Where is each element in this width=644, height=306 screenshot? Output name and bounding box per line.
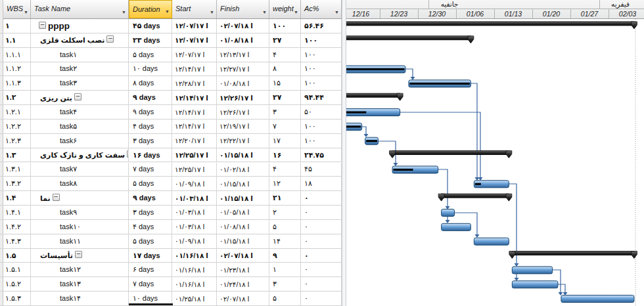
cell-start[interactable]: ۰۱/۰۳/۱۸ ا (172, 206, 217, 219)
cell-wbs[interactable]: ۱.۵.۲ (3, 277, 31, 291)
table-row[interactable]: ۱.۲.۲task۵۴ days۱۲/۱۴/۱۷ ا۱۲/۱۹/۱۷ ا۷۱۰۰ (0, 120, 346, 134)
cell-weight[interactable]: ۱۰۰ (269, 19, 301, 33)
gantt-task-bar[interactable] (512, 281, 558, 288)
table-row[interactable]: ۱.۱.۳task۳۸ days۱۲/۲۸/۱۷ ا۰۱/۰۸/۱۸ ا۱۵۱۰… (0, 76, 346, 91)
cell-ac[interactable]: ۱۰۰ (301, 134, 342, 148)
cell-finish[interactable]: ۱۲/۱۳/۱۷ ا (217, 48, 269, 62)
cell-weight[interactable]: ۳ (269, 105, 301, 119)
cell-duration[interactable]: ۹ days (129, 191, 172, 205)
cell-weight[interactable]: ۴ (269, 48, 301, 62)
cell-wbs[interactable]: ۱.۲.۳ (3, 134, 31, 148)
gantt-summary-bar[interactable] (512, 251, 634, 255)
cell-weight[interactable]: ۱۷ (269, 134, 301, 148)
cell-wbs[interactable]: ۱.۵.۱ (3, 263, 31, 276)
cell-start[interactable]: ۰۱/۰۳/۱۸ ا (172, 220, 217, 234)
cell-wbs[interactable]: ۱.۴.۲ (3, 220, 31, 234)
cell-ac[interactable]: ۱۰۰ (301, 33, 342, 47)
table-row[interactable]: ۱.۵−تأسیسات۱۷ days۰۱/۱۶/۱۸ ا۰۲/۰۷/۱۸ ا۹۰ (0, 249, 346, 263)
cell-finish[interactable]: ۰۱/۰۲/۱۸ ا (217, 163, 269, 177)
cell-name[interactable]: task۱۴ (31, 292, 129, 305)
cell-start[interactable]: ۰۱/۰۳/۱۸ ا (172, 191, 217, 205)
table-row[interactable]: ۱.۱.۱task۱۵ days۱۲/۰۷/۱۷ ا۱۲/۱۳/۱۷ ا۴۱۰۰ (0, 48, 346, 62)
cell-duration[interactable]: ۲۳ days (129, 33, 172, 47)
filter-dropdown-icon[interactable]: ▼ (122, 10, 126, 14)
table-row[interactable]: ۱.۵.۳task۱۴۱۰ days۰۱/۲۵/۱۸ ا۰۲/۰۷/۱۸ ا۵۰ (0, 292, 346, 306)
gantt-summary-bar[interactable] (346, 22, 634, 26)
collapse-outline-icon[interactable]: − (74, 93, 81, 100)
cell-ac[interactable]: ۰ (301, 249, 342, 263)
cell-weight[interactable]: ۱۶ (269, 148, 301, 162)
cell-start[interactable]: ۰۱/۰۹/۱۸ ا (172, 177, 217, 190)
cell-name[interactable]: task۴ (31, 105, 129, 119)
filter-dropdown-icon[interactable]: ▼ (24, 10, 28, 14)
column-header-weight[interactable]: weight▼ (269, 0, 301, 18)
gantt-task-bar[interactable] (561, 295, 634, 303)
collapse-outline-icon[interactable]: − (39, 22, 46, 29)
cell-weight[interactable]: ۷ (269, 120, 301, 133)
cell-ac[interactable]: ۰ (301, 292, 342, 305)
cell-name[interactable]: −نصب اسکلت فلزی (31, 33, 129, 47)
cell-wbs[interactable]: ۱.۳ (3, 148, 31, 162)
cell-weight[interactable]: ۲۱ (269, 191, 301, 205)
filter-dropdown-icon[interactable]: ▼ (334, 10, 339, 14)
cell-finish[interactable]: ۱۲/۲۶/۱۷ ا (217, 91, 269, 104)
cell-name[interactable]: task۱۳ (31, 277, 129, 291)
cell-duration[interactable]: ۷ days (129, 163, 172, 177)
cell-ac[interactable]: ۴۵ (301, 163, 342, 177)
filter-dropdown-icon[interactable]: ▼ (294, 10, 298, 14)
cell-wbs[interactable]: ۱ (3, 19, 31, 33)
column-header-finish[interactable]: Finish▼ (217, 0, 269, 18)
table-row[interactable]: ۱.۵.۲task۱۳۷ days۰۱/۱۶/۱۸ ا۰۱/۲۴/۱۸ ا۳۰ (0, 277, 346, 292)
column-header-duration[interactable]: Duration▼ (129, 0, 172, 18)
cell-ac[interactable]: ۰ (301, 263, 342, 276)
table-row[interactable]: ۱.۵.۱task۱۲۶ days۰۱/۱۶/۱۸ ا۰۱/۲۳/۱۸ ا۱۰ (0, 263, 346, 277)
table-row[interactable]: ۱.۴.۳task۱۱۵ days۰۱/۰۹/۱۸ ا۰۱/۱۵/۱۸ ا۱۴۰ (0, 234, 346, 249)
column-header-start[interactable]: Start▼ (172, 0, 217, 18)
cell-duration[interactable]: ۸ days (129, 76, 172, 90)
cell-start[interactable]: ۱۲/۲۵/۱۷ ا (172, 163, 217, 177)
column-header-ac[interactable]: Ac%▼ (301, 0, 342, 18)
cell-ac[interactable]: ۹۴.۴۴ (301, 91, 342, 104)
gantt-summary-bar[interactable] (442, 194, 509, 198)
cell-duration[interactable]: ۶ days (129, 263, 172, 276)
cell-finish[interactable]: ۰۱/۱۵/۱۸ ا (217, 177, 269, 190)
cell-start[interactable]: ۱۲/۰۷/۱۷ ا (172, 19, 217, 33)
cell-ac[interactable]: ۲۴.۷۵ (301, 148, 342, 162)
cell-name[interactable]: task۱۱ (31, 234, 129, 248)
collapse-outline-icon[interactable]: − (106, 35, 114, 43)
cell-finish[interactable]: ۰۱/۱۵/۱۸ ا (217, 191, 269, 205)
cell-name[interactable]: task۶ (31, 134, 129, 148)
timescale-header[interactable]: جانفيهفيفريه 12/1612/2312/3001/0601/1301… (346, 0, 644, 19)
gantt-task-bar[interactable] (512, 267, 552, 274)
cell-start[interactable]: ۱۲/۰۷/۱۷ ا (172, 48, 217, 62)
gantt-summary-bar[interactable] (346, 36, 471, 40)
table-row[interactable]: ۱.۱−نصب اسکلت فلزی۲۳ days۱۲/۰۷/۱۷ ا۰۱/۰۸… (0, 33, 346, 48)
cell-wbs[interactable]: ۱.۴.۱ (3, 206, 31, 219)
cell-name[interactable]: −سفت کاری و نازک کاری (31, 148, 129, 162)
table-row[interactable]: ۱.۴.۱task۹۳ days۰۱/۰۳/۱۸ ا۰۱/۰۵/۱۸ ا۲۰ (0, 206, 346, 220)
cell-duration[interactable]: ۱۰ days (129, 62, 172, 76)
cell-start[interactable]: ۱۲/۲۵/۱۷ ا (172, 148, 217, 162)
cell-finish[interactable]: ۱۲/۲۲/۱۷ ا (217, 134, 269, 148)
cell-duration[interactable]: ۳ days (129, 134, 172, 148)
cell-ac[interactable]: ۰ (301, 191, 342, 205)
cell-wbs[interactable]: ۱.۵ (3, 249, 31, 263)
cell-duration[interactable]: ۴ days (129, 120, 172, 133)
cell-finish[interactable]: ۰۲/۰۷/۱۸ ا (217, 249, 269, 263)
filter-dropdown-icon[interactable]: ▼ (262, 10, 267, 14)
cell-name[interactable]: task۱۲ (31, 263, 129, 276)
cell-weight[interactable]: ۵ (269, 220, 301, 234)
cell-weight[interactable]: ۱۲ (269, 177, 301, 190)
cell-wbs[interactable]: ۱.۲.۲ (3, 120, 31, 133)
cell-finish[interactable]: ۰۱/۲۳/۱۸ ا (217, 263, 269, 276)
cell-start[interactable]: ۱۲/۱۴/۱۷ ا (172, 120, 217, 133)
cell-name[interactable]: task۹ (31, 206, 129, 219)
cell-duration[interactable]: ۷ days (129, 277, 172, 291)
cell-weight[interactable]: ۱ (269, 263, 301, 276)
cell-ac[interactable]: ۱۰۰ (301, 120, 342, 133)
collapse-outline-icon[interactable]: − (53, 194, 60, 201)
gantt-task-bar[interactable] (442, 209, 455, 216)
cell-weight[interactable]: ۸ (269, 62, 301, 76)
cell-wbs[interactable]: ۱.۴.۳ (3, 234, 31, 248)
table-row[interactable]: ۱.۴.۲task۱۰۴ days۰۱/۰۳/۱۸ ا۰۱/۰۸/۱۸ ا۵۰ (0, 220, 346, 234)
